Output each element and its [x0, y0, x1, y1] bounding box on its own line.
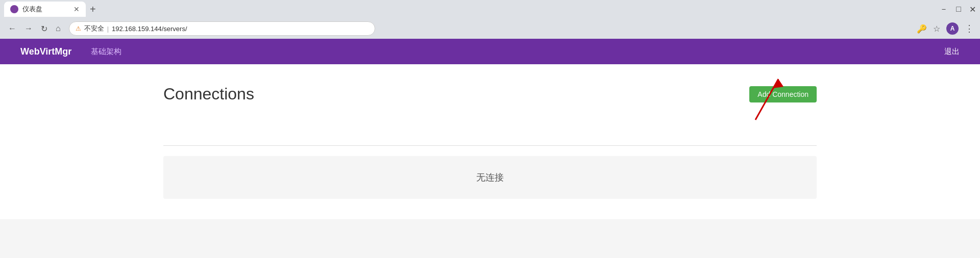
address-bar[interactable]: ⚠ 不安全 | 192.168.159.144/servers/	[69, 21, 375, 36]
new-tab-button[interactable]: +	[90, 4, 96, 14]
minimize-button[interactable]: －	[940, 4, 948, 15]
window-controls: － □ ✕	[940, 4, 976, 15]
browser-titlebar: 仪表盘 ✕ + － □ ✕	[0, 0, 980, 18]
svg-line-0	[755, 79, 778, 120]
menu-icon[interactable]: ⋮	[965, 23, 974, 34]
red-arrow-svg	[725, 74, 786, 125]
tab-favicon	[10, 5, 18, 13]
insecure-label: 不安全	[84, 24, 104, 33]
insecure-icon: ⚠	[76, 25, 81, 32]
reload-button[interactable]: ↻	[39, 22, 50, 36]
main-content: Connections Add Connection 无连接	[0, 64, 980, 219]
browser-addressbar: ← → ↻ ⌂ ⚠ 不安全 | 192.168.159.144/servers/…	[0, 18, 980, 39]
back-button[interactable]: ←	[6, 22, 18, 35]
svg-marker-1	[773, 79, 783, 88]
browser-tab[interactable]: 仪表盘 ✕	[4, 2, 86, 17]
page-title: Connections	[163, 85, 749, 104]
url-text: 192.168.159.144/servers/	[112, 25, 187, 33]
content-header: Connections Add Connection	[163, 85, 817, 104]
app-navbar: WebVirtMgr 基础架构 退出	[0, 39, 980, 64]
home-button[interactable]: ⌂	[54, 22, 63, 35]
profile-icon[interactable]: A	[946, 22, 959, 35]
content-divider	[163, 145, 817, 146]
app-brand[interactable]: WebVirtMgr	[20, 46, 71, 57]
empty-message: 无连接	[476, 172, 504, 183]
key-icon[interactable]: 🔑	[917, 24, 927, 34]
tab-label: 仪表盘	[22, 5, 42, 14]
maximize-button[interactable]: □	[956, 5, 961, 14]
forward-button[interactable]: →	[22, 22, 35, 35]
arrow-annotation	[163, 105, 817, 145]
logout-button[interactable]: 退出	[944, 47, 960, 57]
star-icon[interactable]: ☆	[933, 24, 940, 34]
empty-state: 无连接	[163, 156, 817, 199]
nav-item-infrastructure[interactable]: 基础架构	[87, 45, 126, 59]
toolbar-icons: 🔑 ☆ A ⋮	[917, 22, 974, 35]
close-button[interactable]: ✕	[969, 5, 976, 14]
address-separator: |	[107, 25, 109, 33]
tab-close-button[interactable]: ✕	[74, 5, 80, 13]
